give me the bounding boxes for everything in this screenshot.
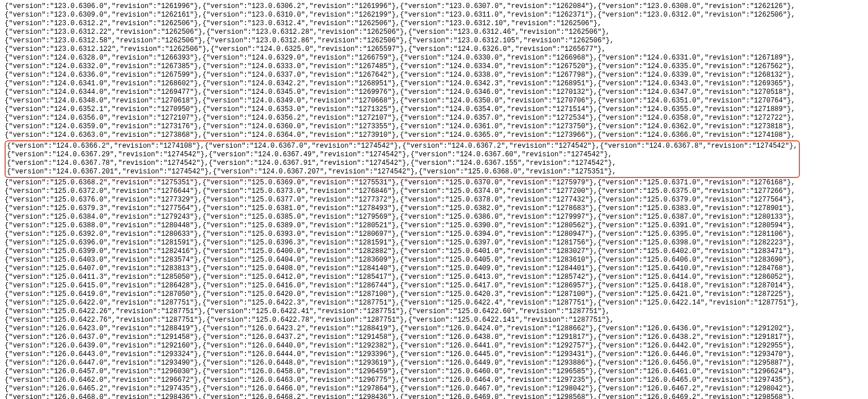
json-data-view: {"version":"123.0.6306.0","revision":"12… (5, 2, 863, 399)
json-line: {"version":"124.0.6359.0","revision":"12… (5, 123, 863, 131)
json-line: {"version":"125.0.6399.0","revision":"12… (5, 247, 863, 256)
json-line: {"version":"124.0.6332.0","revision":"12… (5, 62, 863, 71)
json-line: {"version":"125.0.6407.0","revision":"12… (5, 264, 863, 273)
json-line: {"version":"125.0.6384.0","revision":"12… (5, 213, 863, 222)
json-line: {"version":"123.0.6312.122","revision":"… (5, 45, 863, 54)
json-line: {"version":"124.0.6352.1","revision":"12… (5, 105, 863, 114)
json-line: {"version":"124.0.6328.0","revision":"12… (5, 54, 863, 62)
json-line: {"version":"126.0.6462.0","revision":"12… (5, 376, 863, 385)
json-line: {"version":"125.0.6388.0","revision":"12… (5, 222, 863, 230)
json-line: {"version":"124.0.6366.2","revision":"12… (7, 142, 798, 151)
json-line: {"version":"123.0.6312.2","revision":"12… (5, 19, 863, 28)
json-line: {"version":"125.0.6422.26","revision":"1… (5, 307, 863, 316)
json-line: {"version":"124.0.6367.78","revision":"1… (7, 159, 798, 168)
json-line: {"version":"125.0.6422.0","revision":"12… (5, 299, 863, 307)
json-line: {"version":"124.0.6356.0","revision":"12… (5, 114, 863, 123)
json-line: {"version":"124.0.6348.0","revision":"12… (5, 97, 863, 105)
json-line: {"version":"123.0.6306.0","revision":"12… (5, 2, 863, 11)
json-line: {"version":"124.0.6363.0","revision":"12… (5, 131, 863, 140)
json-line: {"version":"125.0.6392.0","revision":"12… (5, 230, 863, 239)
json-line: {"version":"126.0.6465.2","revision":"12… (5, 385, 863, 393)
json-line: {"version":"125.0.6422.76","revision":"1… (5, 316, 863, 325)
json-line: {"version":"126.0.6447.0","revision":"12… (5, 359, 863, 368)
json-line: {"version":"125.0.6368.2","revision":"12… (5, 179, 863, 187)
json-line: {"version":"124.0.6344.0","revision":"12… (5, 88, 863, 97)
json-line: {"version":"123.0.6312.58","revision":"1… (5, 37, 863, 45)
json-line: {"version":"125.0.6396.0","revision":"12… (5, 239, 863, 247)
json-line: {"version":"125.0.6376.0","revision":"12… (5, 196, 863, 204)
json-line: {"version":"126.0.6457.0","revision":"12… (5, 368, 863, 376)
json-line: {"version":"124.0.6367.29","revision":"1… (7, 151, 798, 159)
json-line: {"version":"126.0.6423.0","revision":"12… (5, 325, 863, 333)
json-line: {"version":"125.0.6411.3","revision":"12… (5, 273, 863, 282)
json-line: {"version":"126.0.6437.0","revision":"12… (5, 333, 863, 342)
json-line: {"version":"124.0.6341.0","revision":"12… (5, 80, 863, 88)
json-line: {"version":"123.0.6309.0","revision":"12… (5, 11, 863, 19)
json-line: {"version":"126.0.6439.0","revision":"12… (5, 342, 863, 350)
json-line: {"version":"125.0.6419.0","revision":"12… (5, 290, 863, 299)
json-line: {"version":"125.0.6403.0","revision":"12… (5, 256, 863, 264)
highlighted-block: {"version":"124.0.6366.2","revision":"12… (5, 140, 800, 178)
json-line: {"version":"125.0.6379.3","revision":"12… (5, 204, 863, 213)
json-line: {"version":"123.0.6312.22","revision":"1… (5, 28, 863, 37)
json-line: {"version":"124.0.6367.201","revision":"… (7, 168, 798, 176)
json-line: {"version":"126.0.6468.0","revision":"12… (5, 393, 863, 399)
json-line: {"version":"126.0.6443.0","revision":"12… (5, 350, 863, 359)
json-line: {"version":"124.0.6336.0","revision":"12… (5, 71, 863, 80)
json-line: {"version":"125.0.6372.0","revision":"12… (5, 187, 863, 196)
json-line: {"version":"125.0.6415.0","revision":"12… (5, 282, 863, 290)
